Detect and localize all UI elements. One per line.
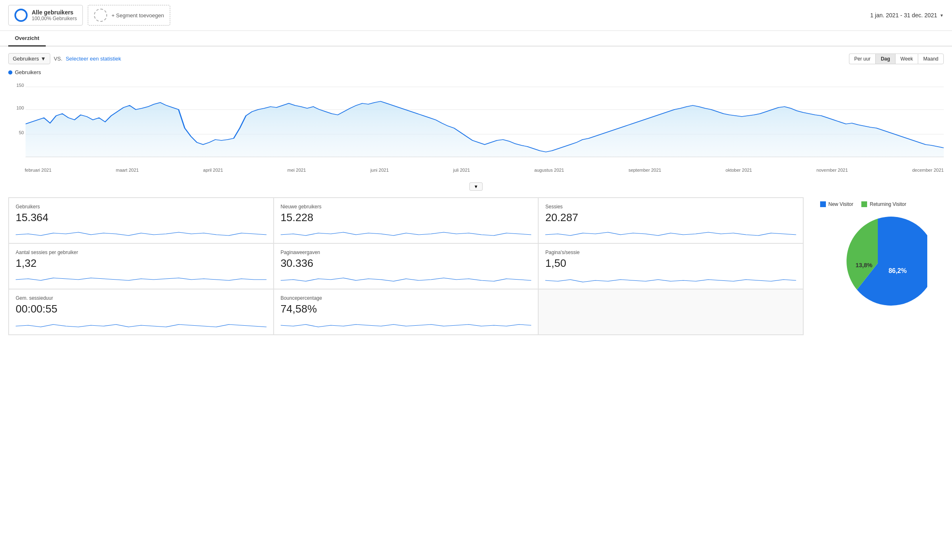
metric-card-paginas-per-sessie: Pagina's/sessie 1,50 [538, 243, 803, 289]
metric-dropdown-label: Gebruikers [13, 56, 39, 62]
tab-overzicht[interactable]: Overzicht [8, 31, 46, 47]
segment-sub: 100,00% Gebruikers [32, 16, 77, 21]
chart-legend: Gebruikers [8, 69, 944, 75]
metric-value-pw: 30.336 [281, 257, 532, 270]
sparkline-bounce [281, 318, 532, 330]
x-label-feb: februari 2021 [25, 168, 52, 173]
top-bar: Alle gebruikers 100,00% Gebruikers + Seg… [0, 0, 952, 31]
pie-legend-new: New Visitor [820, 201, 853, 207]
metric-card-sessies-per-gebruiker: Aantal sessies per gebruiker 1,32 [9, 243, 274, 289]
metric-card-empty [538, 289, 803, 335]
add-segment-box[interactable]: + Segment toevoegen [88, 5, 170, 26]
metric-name-sd: Gem. sessieduur [16, 295, 267, 301]
controls-row: Gebruikers ▼ VS. Selecteer een statistie… [8, 53, 944, 64]
metric-value-ps: 1,50 [545, 257, 796, 270]
metric-name-ps: Pagina's/sessie [545, 250, 796, 255]
pie-chart-area: New Visitor Returning Visitor [812, 197, 944, 335]
date-range-arrow-icon: ▼ [940, 13, 944, 18]
metric-name-nieuwe: Nieuwe gebruikers [281, 204, 532, 210]
x-label-apr: april 2021 [203, 168, 223, 173]
sparkline-sd [16, 318, 267, 330]
y-label-100: 100 [8, 105, 24, 110]
new-visitor-label: New Visitor [828, 201, 853, 207]
sparkline-nieuwe [281, 226, 532, 239]
y-label-150: 150 [8, 83, 24, 88]
period-week[interactable]: Week [895, 54, 918, 64]
svg-text:86,2%: 86,2% [889, 267, 907, 274]
x-label-jun: juni 2021 [370, 168, 389, 173]
metrics-grid: Gebruikers 15.364 Nieuwe gebruikers 15.2… [8, 197, 804, 335]
metric-card-bounce: Bouncepercentage 74,58% [274, 289, 539, 335]
returning-visitor-label: Returning Visitor [870, 201, 906, 207]
x-label-mrt: maart 2021 [116, 168, 139, 173]
x-label-aug: augustus 2021 [535, 168, 564, 173]
metric-card-gebruikers: Gebruikers 15.364 [9, 198, 274, 243]
x-label-jul: juli 2021 [453, 168, 470, 173]
period-buttons: Per uur Dag Week Maand [849, 54, 944, 64]
sparkline-spu [16, 272, 267, 285]
returning-visitor-color-box [861, 201, 867, 207]
date-range-text: 1 jan. 2021 - 31 dec. 2021 [870, 12, 937, 19]
period-maand[interactable]: Maand [918, 54, 944, 64]
x-label-dec: december 2021 [912, 168, 943, 173]
metric-card-sessies: Sessies 20.287 [538, 198, 803, 243]
pie-chart-svg: 86,2% 13,8% [828, 214, 927, 313]
add-segment-circle [94, 9, 107, 22]
sparkline-sessies [545, 226, 796, 239]
metric-value-gebruikers: 15.364 [16, 211, 267, 224]
x-label-sep: september 2021 [628, 168, 661, 173]
vs-label: VS. [54, 56, 62, 62]
pie-legend: New Visitor Returning Visitor [812, 201, 906, 207]
chart-container: 150 100 50 [8, 79, 944, 165]
main-content: Gebruikers ▼ VS. Selecteer een statistie… [0, 47, 952, 342]
date-range-picker[interactable]: 1 jan. 2021 - 31 dec. 2021 ▼ [870, 12, 944, 19]
svg-text:13,8%: 13,8% [856, 262, 872, 268]
metric-name-gebruikers: Gebruikers [16, 204, 267, 210]
segment-name: Alle gebruikers [32, 9, 77, 16]
left-controls: Gebruikers ▼ VS. Selecteer een statistie… [8, 53, 121, 64]
segment-info: Alle gebruikers 100,00% Gebruikers [32, 9, 77, 21]
metric-value-sd: 00:00:55 [16, 303, 267, 315]
metric-value-nieuwe: 15.228 [281, 211, 532, 224]
chart-section: Gebruikers 150 100 50 [8, 69, 944, 174]
pie-legend-returning: Returning Visitor [861, 201, 906, 207]
x-label-mei: mei 2021 [287, 168, 306, 173]
metric-name-sessies: Sessies [545, 204, 796, 210]
tabs-bar: Overzicht [0, 31, 952, 47]
segment-circle-icon [14, 9, 28, 22]
metric-card-nieuwe-gebruikers: Nieuwe gebruikers 15.228 [274, 198, 539, 243]
sparkline-ps [545, 272, 796, 285]
metric-value-spu: 1,32 [16, 257, 267, 270]
segment-all-users[interactable]: Alle gebruikers 100,00% Gebruikers [8, 5, 83, 26]
metric-card-paginaweergaven: Paginaweergaven 30.336 [274, 243, 539, 289]
metric-value-sessies: 20.287 [545, 211, 796, 224]
add-segment-label: + Segment toevoegen [111, 12, 164, 19]
metric-name-bounce: Bouncepercentage [281, 295, 532, 301]
metrics-and-pie: Gebruikers 15.364 Nieuwe gebruikers 15.2… [8, 197, 944, 335]
y-label-50: 50 [8, 130, 24, 135]
new-visitor-color-box [820, 201, 826, 207]
sparkline-pw [281, 272, 532, 285]
select-stat-link[interactable]: Selecteer een statistiek [66, 56, 121, 62]
period-dag[interactable]: Dag [875, 54, 895, 64]
metric-name-pw: Paginaweergaven [281, 250, 532, 255]
legend-dot-gebruikers [8, 70, 12, 75]
chart-legend-label: Gebruikers [15, 69, 41, 75]
chart-x-labels: februari 2021 maart 2021 april 2021 mei … [8, 165, 944, 174]
period-per-uur[interactable]: Per uur [849, 54, 875, 64]
metric-card-sessieduur: Gem. sessieduur 00:00:55 [9, 289, 274, 335]
metric-dropdown-arrow: ▼ [41, 56, 46, 62]
metric-name-spu: Aantal sessies per gebruiker [16, 250, 267, 255]
segment-area: Alle gebruikers 100,00% Gebruikers + Seg… [8, 5, 170, 26]
sparkline-gebruikers [16, 226, 267, 239]
x-label-nov: november 2021 [816, 168, 848, 173]
collapse-button-area: ▼ [8, 182, 944, 191]
metric-dropdown[interactable]: Gebruikers ▼ [8, 53, 50, 64]
metric-value-bounce: 74,58% [281, 303, 532, 315]
collapse-chart-button[interactable]: ▼ [469, 182, 483, 191]
x-label-okt: oktober 2021 [726, 168, 752, 173]
main-chart-svg [26, 79, 944, 161]
